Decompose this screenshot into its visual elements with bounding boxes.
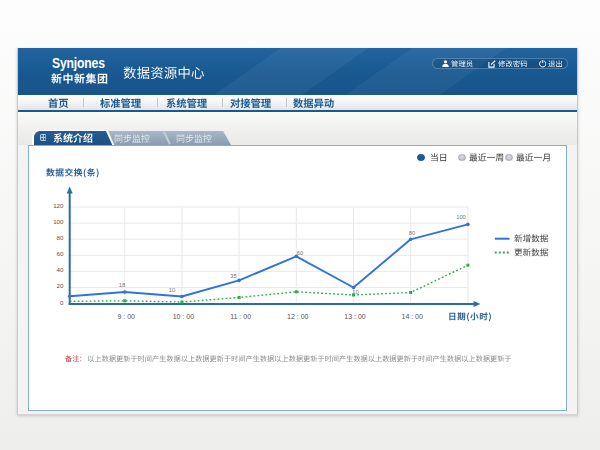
svg-text:0: 0 (60, 299, 64, 306)
svg-text:40: 40 (57, 266, 64, 273)
svg-text:10 : 00: 10 : 00 (173, 313, 195, 320)
svg-text:11 : 00: 11 : 00 (230, 313, 251, 320)
svg-text:18: 18 (119, 282, 125, 288)
svg-text:60: 60 (297, 250, 303, 256)
svg-text:100: 100 (456, 214, 466, 220)
svg-text:80: 80 (57, 234, 64, 241)
svg-text:14 : 00: 14 : 00 (401, 313, 423, 320)
svg-text:10: 10 (169, 287, 175, 293)
svg-text:120: 120 (53, 202, 64, 209)
svg-text:35: 35 (230, 273, 236, 279)
svg-text:13 : 00: 13 : 00 (344, 313, 366, 320)
svg-text:20: 20 (57, 282, 64, 289)
svg-text:12 : 00: 12 : 00 (287, 313, 309, 320)
svg-text:100: 100 (53, 218, 64, 225)
svg-text:80: 80 (409, 230, 415, 236)
svg-text:9 : 00: 9 : 00 (117, 313, 135, 320)
svg-text:60: 60 (57, 250, 64, 257)
